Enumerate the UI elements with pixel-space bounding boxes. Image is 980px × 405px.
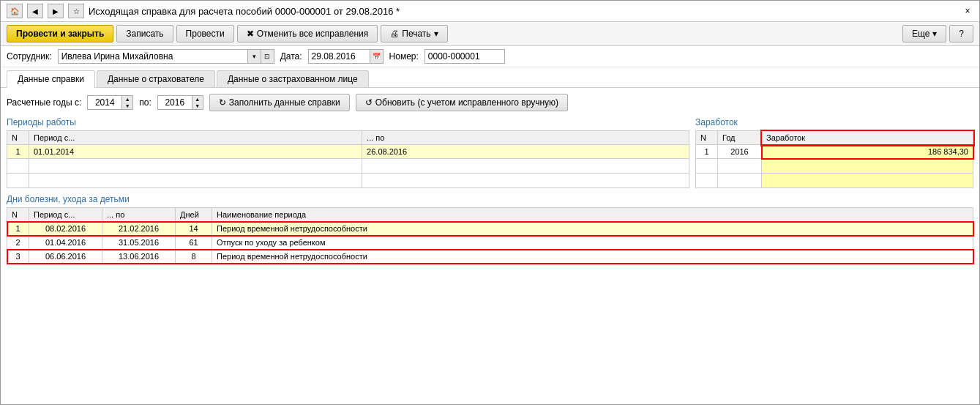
toolbar: Провести и закрыть Записать Провести ✖ О… (1, 22, 979, 46)
to-label: по: (139, 97, 152, 108)
illness-col-days: Дней (176, 208, 212, 222)
illness-period-name: Период временной нетрудоспособности (212, 222, 973, 236)
table-row-empty2 (7, 174, 689, 188)
employee-dropdown-btn[interactable]: ▾ (248, 49, 261, 64)
close-button[interactable]: × (962, 5, 973, 17)
table-row[interactable]: 306.06.201613.06.20168Период временной н… (7, 250, 973, 264)
earnings-col-year: Год (718, 131, 762, 145)
employee-select-btn[interactable]: ⊡ (261, 49, 274, 64)
illness-days: 61 (176, 236, 212, 250)
employee-input[interactable] (58, 49, 248, 64)
illness-n: 3 (7, 250, 29, 264)
earnings-year: 2016 (718, 145, 762, 159)
save-button[interactable]: Записать (116, 25, 173, 42)
help-button[interactable]: ? (949, 25, 973, 42)
table-row[interactable]: 201.04.201631.05.201661Отпуск по уходу з… (7, 236, 973, 250)
periods-col-to: ... по (362, 131, 689, 145)
earnings-amount: 186 834,30 (762, 145, 973, 159)
earnings-table: N Год Заработок 1 2016 186 834,30 (695, 130, 973, 188)
period-to: 26.08.2016 (362, 145, 689, 159)
table-row[interactable]: 1 01.01.2014 26.08.2016 (7, 145, 689, 159)
window-title: Исходящая справка для расчета пособий 00… (89, 6, 957, 17)
tab-content: Расчетные годы с: ▲ ▼ по: ▲ ▼ ↻ Заполнит… (1, 88, 979, 404)
title-bar: 🏠 ◀ ▶ ☆ Исходящая справка для расчета по… (1, 1, 979, 22)
date-picker-btn[interactable]: 📅 (370, 49, 384, 64)
bookmark-button[interactable]: ☆ (68, 4, 84, 18)
year-from-up-btn[interactable]: ▲ (122, 96, 132, 103)
year-from-input[interactable] (87, 95, 122, 110)
tabs: Данные справки Данные о страхователе Дан… (1, 67, 979, 88)
post-and-close-button[interactable]: Провести и закрыть (7, 25, 113, 42)
illness-col-name: Наименование периода (212, 208, 973, 222)
earnings-section: Заработок N Год Заработок 1 2016 18 (695, 117, 973, 188)
cancel-icon: ✖ (247, 29, 254, 39)
print-button[interactable]: 🖨 Печать ▾ (381, 25, 447, 42)
periods-table: N Период с... ... по 1 01.01.2014 26.08.… (7, 130, 689, 188)
illness-table: N Период с... ... по Дней Наименование п… (7, 207, 973, 264)
earnings-n: 1 (696, 145, 718, 159)
year-to-up-btn[interactable]: ▲ (192, 96, 203, 103)
illness-n: 1 (7, 222, 29, 236)
tab-spravka[interactable]: Данные справки (7, 70, 95, 88)
number-label: Номер: (389, 51, 419, 62)
illness-col-n: N (7, 208, 29, 222)
illness-period-name: Период временной нетрудоспособности (212, 250, 973, 264)
illness-days: 14 (176, 222, 212, 236)
print-icon: 🖨 (390, 29, 399, 39)
table-row[interactable]: 1 2016 186 834,30 (696, 145, 973, 159)
table-row[interactable]: 108.02.201621.02.201614Период временной … (7, 222, 973, 236)
period-n: 1 (7, 145, 29, 159)
illness-to: 13.06.2016 (102, 250, 176, 264)
home-button[interactable]: 🏠 (7, 4, 23, 18)
illness-col-to: ... по (102, 208, 176, 222)
year-from-down-btn[interactable]: ▼ (122, 103, 132, 109)
back-button[interactable]: ◀ (27, 4, 43, 18)
illness-from: 08.02.2016 (29, 222, 102, 236)
table-row-empty (696, 159, 973, 174)
post-button[interactable]: Провести (176, 25, 234, 42)
tab-zastrahovannoe[interactable]: Данные о застрахованном лице (217, 70, 369, 87)
more-button[interactable]: Еще ▾ (902, 25, 946, 42)
illness-n: 2 (7, 236, 29, 250)
cancel-all-button[interactable]: ✖ Отменить все исправления (237, 25, 378, 42)
print-dropdown-arrow: ▾ (434, 29, 438, 39)
date-input[interactable] (308, 49, 370, 64)
employee-label: Сотрудник: (7, 51, 52, 62)
periods-col-from: Период с... (29, 131, 362, 145)
refresh-data-button[interactable]: ↺ Обновить (с учетом исправленного вручн… (356, 94, 568, 111)
fill-icon: ↻ (219, 97, 226, 108)
illness-col-from: Период с... (29, 208, 102, 222)
illness-days: 8 (176, 250, 212, 264)
periods-col-n: N (7, 131, 29, 145)
illness-from: 01.04.2016 (29, 236, 102, 250)
tab-strakhovatel[interactable]: Данные о страхователе (97, 70, 215, 87)
earnings-col-amount: Заработок (762, 131, 973, 145)
earnings-col-n: N (696, 131, 718, 145)
table-row-empty (7, 159, 689, 174)
upper-tables-row: Периоды работы N Период с... ... по 1 01… (7, 117, 973, 188)
more-dropdown-arrow: ▾ (932, 29, 937, 39)
calc-row: Расчетные годы с: ▲ ▼ по: ▲ ▼ ↻ Заполнит… (7, 94, 973, 111)
illness-section: Дни болезни, ухода за детьми N Период с.… (7, 194, 973, 264)
year-to-down-btn[interactable]: ▼ (192, 103, 203, 109)
illness-title: Дни болезни, ухода за детьми (7, 194, 973, 204)
illness-to: 31.05.2016 (102, 236, 176, 250)
form-row: Сотрудник: ▾ ⊡ Дата: 📅 Номер: (1, 46, 979, 67)
calc-years-label: Расчетные годы с: (7, 97, 81, 108)
periods-title: Периоды работы (7, 117, 689, 127)
number-input[interactable] (424, 49, 505, 64)
earnings-title: Заработок (695, 117, 973, 127)
periods-section: Периоды работы N Период с... ... по 1 01… (7, 117, 689, 188)
forward-button[interactable]: ▶ (48, 4, 64, 18)
year-to-spinner: ▲ ▼ (157, 95, 203, 110)
employee-field-container: ▾ ⊡ (58, 49, 274, 64)
illness-to: 21.02.2016 (102, 222, 176, 236)
fill-data-button[interactable]: ↻ Заполнить данные справки (209, 94, 350, 111)
date-label: Дата: (280, 51, 302, 62)
year-to-input[interactable] (157, 95, 192, 110)
period-from: 01.01.2014 (29, 145, 362, 159)
date-field-container: 📅 (308, 49, 384, 64)
refresh-icon: ↺ (365, 97, 373, 108)
main-window: 🏠 ◀ ▶ ☆ Исходящая справка для расчета по… (0, 0, 980, 405)
illness-from: 06.06.2016 (29, 250, 102, 264)
